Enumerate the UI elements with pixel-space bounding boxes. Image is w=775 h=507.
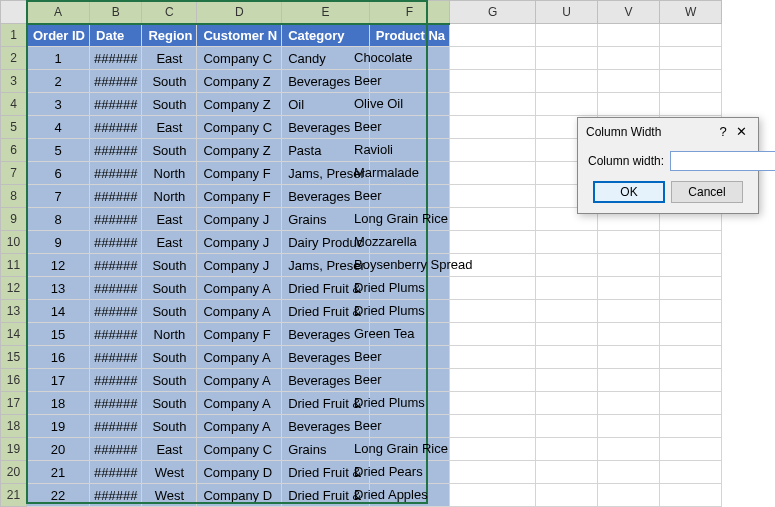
cell[interactable]: Dried Fruit & bbox=[282, 277, 370, 300]
cell[interactable]: Dried Fruit & bbox=[282, 461, 370, 484]
row-header[interactable]: 3 bbox=[1, 70, 27, 93]
cell[interactable]: 7 bbox=[27, 185, 90, 208]
cell[interactable] bbox=[450, 346, 536, 369]
cell[interactable] bbox=[598, 47, 660, 70]
row-header[interactable]: 9 bbox=[1, 208, 27, 231]
cell[interactable] bbox=[598, 346, 660, 369]
cell[interactable]: Company J bbox=[197, 231, 282, 254]
spreadsheet-grid[interactable]: ABCDEFGUVW1Order IDDateRegionCustomer NC… bbox=[0, 0, 722, 507]
cell[interactable] bbox=[536, 93, 598, 116]
cell[interactable]: South bbox=[142, 346, 197, 369]
cell[interactable]: ###### bbox=[90, 185, 142, 208]
cell[interactable] bbox=[660, 70, 722, 93]
cell[interactable] bbox=[536, 369, 598, 392]
cell[interactable] bbox=[660, 300, 722, 323]
cancel-button[interactable]: Cancel bbox=[671, 181, 743, 203]
cell[interactable]: ###### bbox=[90, 484, 142, 507]
cell[interactable]: 20 bbox=[27, 438, 90, 461]
cell[interactable] bbox=[369, 139, 449, 162]
row-header[interactable]: 5 bbox=[1, 116, 27, 139]
column-header-E[interactable]: E bbox=[282, 1, 370, 24]
cell[interactable]: Dairy Produc bbox=[282, 231, 370, 254]
select-all-corner[interactable] bbox=[1, 1, 27, 24]
cell[interactable]: ###### bbox=[90, 162, 142, 185]
row-header[interactable]: 19 bbox=[1, 438, 27, 461]
row-header[interactable]: 20 bbox=[1, 461, 27, 484]
column-header-G[interactable]: G bbox=[450, 1, 536, 24]
cell[interactable]: East bbox=[142, 47, 197, 70]
cell[interactable]: ###### bbox=[90, 346, 142, 369]
cell[interactable]: Beverages bbox=[282, 185, 370, 208]
row-header[interactable]: 14 bbox=[1, 323, 27, 346]
cell[interactable]: Beverages bbox=[282, 116, 370, 139]
cell[interactable] bbox=[598, 93, 660, 116]
row-header[interactable]: 2 bbox=[1, 47, 27, 70]
row-header[interactable]: 8 bbox=[1, 185, 27, 208]
row-header[interactable]: 13 bbox=[1, 300, 27, 323]
cell[interactable]: Company Z bbox=[197, 139, 282, 162]
cell[interactable] bbox=[660, 461, 722, 484]
cell[interactable]: Company J bbox=[197, 254, 282, 277]
column-header-V[interactable]: V bbox=[598, 1, 660, 24]
cell[interactable]: Company C bbox=[197, 438, 282, 461]
cell[interactable] bbox=[660, 484, 722, 507]
cell[interactable]: Company C bbox=[197, 116, 282, 139]
cell[interactable] bbox=[450, 300, 536, 323]
cell[interactable]: Oil bbox=[282, 93, 370, 116]
cell[interactable]: 19 bbox=[27, 415, 90, 438]
cell[interactable] bbox=[450, 369, 536, 392]
column-width-input[interactable] bbox=[670, 151, 775, 171]
cell[interactable] bbox=[598, 484, 660, 507]
cell[interactable] bbox=[369, 208, 449, 231]
column-header-W[interactable]: W bbox=[660, 1, 722, 24]
cell[interactable]: South bbox=[142, 93, 197, 116]
cell[interactable]: 14 bbox=[27, 300, 90, 323]
cell[interactable]: ###### bbox=[90, 254, 142, 277]
cell[interactable] bbox=[369, 438, 449, 461]
column-header-A[interactable]: A bbox=[27, 1, 90, 24]
cell[interactable] bbox=[536, 438, 598, 461]
cell[interactable] bbox=[450, 24, 536, 47]
cell[interactable]: South bbox=[142, 300, 197, 323]
cell[interactable] bbox=[369, 461, 449, 484]
cell[interactable] bbox=[660, 369, 722, 392]
cell[interactable] bbox=[450, 70, 536, 93]
row-header[interactable]: 7 bbox=[1, 162, 27, 185]
cell[interactable]: ###### bbox=[90, 323, 142, 346]
cell[interactable]: ###### bbox=[90, 70, 142, 93]
cell[interactable] bbox=[450, 185, 536, 208]
cell[interactable] bbox=[660, 346, 722, 369]
cell[interactable] bbox=[598, 254, 660, 277]
cell[interactable] bbox=[660, 392, 722, 415]
cell[interactable]: Dried Fruit & bbox=[282, 392, 370, 415]
cell[interactable] bbox=[450, 461, 536, 484]
cell[interactable]: 12 bbox=[27, 254, 90, 277]
cell[interactable]: ###### bbox=[90, 277, 142, 300]
ok-button[interactable]: OK bbox=[593, 181, 665, 203]
cell[interactable]: ###### bbox=[90, 392, 142, 415]
cell[interactable] bbox=[536, 254, 598, 277]
row-header[interactable]: 21 bbox=[1, 484, 27, 507]
cell[interactable]: ###### bbox=[90, 231, 142, 254]
cell[interactable] bbox=[598, 461, 660, 484]
cell[interactable] bbox=[369, 70, 449, 93]
cell[interactable] bbox=[369, 277, 449, 300]
cell[interactable] bbox=[536, 300, 598, 323]
cell[interactable]: Beverages bbox=[282, 415, 370, 438]
cell[interactable]: Pasta bbox=[282, 139, 370, 162]
cell[interactable]: ###### bbox=[90, 415, 142, 438]
help-icon[interactable]: ? bbox=[714, 124, 732, 139]
cell[interactable]: Company D bbox=[197, 484, 282, 507]
cell[interactable] bbox=[598, 323, 660, 346]
cell[interactable]: South bbox=[142, 277, 197, 300]
cell[interactable] bbox=[450, 392, 536, 415]
cell[interactable] bbox=[598, 231, 660, 254]
cell[interactable] bbox=[369, 392, 449, 415]
cell[interactable] bbox=[450, 277, 536, 300]
cell[interactable] bbox=[369, 323, 449, 346]
cell[interactable]: 5 bbox=[27, 139, 90, 162]
cell[interactable] bbox=[369, 415, 449, 438]
cell[interactable] bbox=[536, 346, 598, 369]
cell[interactable] bbox=[450, 231, 536, 254]
row-header[interactable]: 6 bbox=[1, 139, 27, 162]
